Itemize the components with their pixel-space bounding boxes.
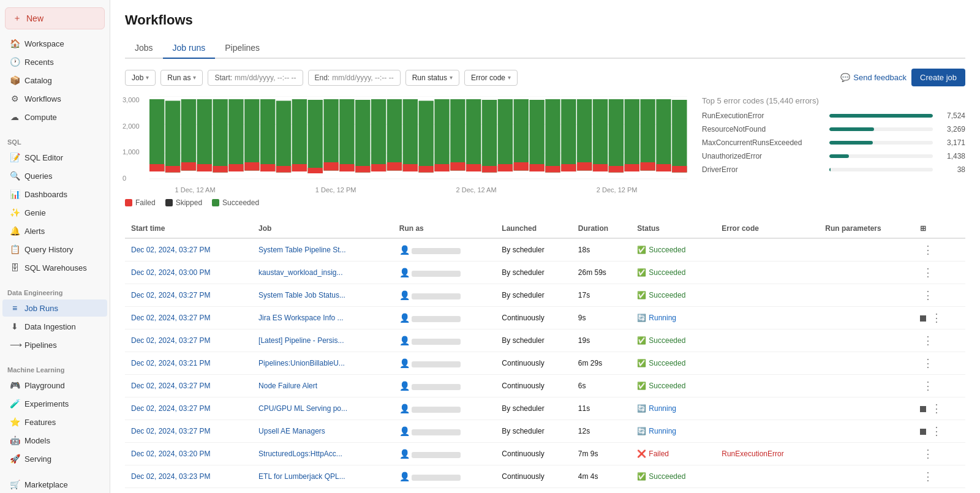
row-job[interactable]: Node Failure Alert	[252, 375, 393, 397]
more-actions-button[interactable]: ⋮	[920, 289, 936, 301]
row-job[interactable]: [Latest] Pipeline - Persis...	[252, 329, 393, 352]
sidebar-item-serving[interactable]: 🚀 Serving	[2, 450, 107, 467]
sidebar-item-data-ingestion[interactable]: ⬇ Data Ingestion	[2, 318, 107, 335]
row-error-code	[715, 238, 819, 262]
sidebar-item-experiments[interactable]: 🧪 Experiments	[2, 395, 107, 412]
more-actions-button[interactable]: ⋮	[929, 425, 944, 437]
row-start-time[interactable]: Dec 02, 2024, 03:27 PM	[125, 329, 252, 352]
tab-job-runs[interactable]: Job runs	[163, 38, 216, 59]
check-circle-icon: ✅	[637, 382, 646, 390]
svg-rect-63	[609, 166, 624, 173]
row-start-time[interactable]: Dec 02, 2024, 03:27 PM	[125, 238, 252, 262]
row-launched: Continuously	[496, 465, 571, 488]
row-actions: ⋮	[914, 375, 965, 397]
row-start-time[interactable]: Dec 02, 2024, 03:21 PM	[125, 352, 252, 375]
row-job[interactable]: StructuredLogs:HttpAcc...	[252, 443, 393, 465]
row-run-params	[819, 488, 914, 494]
row-start-time[interactable]: Dec 02, 2024, 03:27 PM	[125, 397, 252, 420]
sidebar-item-recents[interactable]: 🕐 Recents	[2, 53, 107, 70]
row-status: 🔄 Running	[631, 488, 715, 494]
more-actions-button[interactable]: ⋮	[920, 266, 936, 279]
row-job[interactable]: ETL for Lumberjack QPL...	[252, 465, 393, 488]
sidebar-item-features[interactable]: ⭐ Features	[2, 413, 107, 431]
run-status-filter[interactable]: Run status ▾	[405, 70, 459, 86]
svg-rect-12	[213, 99, 227, 173]
create-job-button[interactable]: Create job	[911, 69, 965, 86]
sidebar-item-marketplace[interactable]: 🛒 Marketplace	[2, 476, 107, 493]
row-start-time[interactable]: Dec 02, 2024, 03:27 PM	[125, 420, 252, 443]
job-filter[interactable]: Job ▾	[125, 70, 156, 86]
stop-button[interactable]	[920, 406, 926, 412]
row-start-time[interactable]: Dec 02, 2024, 03:23 PM	[125, 465, 252, 488]
stop-button[interactable]	[920, 315, 926, 322]
sidebar-item-dashboards[interactable]: 📊 Dashboards	[2, 186, 107, 203]
sidebar-item-alerts[interactable]: 🔔 Alerts	[2, 222, 107, 239]
sidebar-item-compute[interactable]: ☁ Compute	[2, 108, 107, 126]
row-start-time[interactable]: Dec 02, 2024, 03:27 PM	[125, 375, 252, 397]
new-button[interactable]: ＋ New	[5, 7, 105, 29]
svg-rect-54	[545, 99, 560, 173]
more-actions-button[interactable]: ⋮	[929, 402, 944, 415]
col-actions: ⊞	[914, 219, 965, 238]
sidebar-item-playground[interactable]: 🎮 Playground	[2, 377, 107, 394]
more-actions-button[interactable]: ⋮	[920, 470, 936, 483]
user-icon: 👤	[399, 336, 410, 345]
sidebar-item-queries[interactable]: 🔍 Queries	[2, 167, 107, 184]
sql-editor-icon: 📝	[10, 152, 20, 162]
svg-rect-28	[339, 99, 354, 171]
status-succeeded: ✅ Succeeded	[637, 246, 709, 254]
svg-rect-5	[149, 164, 164, 171]
tab-pipelines[interactable]: Pipelines	[215, 38, 270, 59]
more-actions-button[interactable]: ⋮	[920, 334, 936, 347]
sidebar-item-job-runs[interactable]: ≡ Job Runs	[2, 299, 107, 317]
row-job[interactable]: System Table Pipeline St...	[252, 238, 393, 262]
sidebar-item-query-history[interactable]: 📋 Query History	[2, 241, 107, 258]
svg-rect-49	[498, 164, 513, 171]
table-row: Dec 02, 2024, 03:00 PM kaustav_workload_…	[125, 262, 965, 284]
row-job[interactable]: ft weekly revenue - Ever...	[252, 488, 393, 494]
row-job[interactable]: Jira ES Workspace Info ...	[252, 307, 393, 329]
end-date-filter[interactable]: End: mm/dd/yyyy, --:-- --	[308, 70, 401, 86]
sidebar-item-workspace[interactable]: 🏠 Workspace	[2, 35, 107, 52]
row-status: ✅ Succeeded	[631, 238, 715, 262]
row-job[interactable]: CPU/GPU ML Serving po...	[252, 397, 393, 420]
row-job[interactable]: Upsell AE Managers	[252, 420, 393, 443]
stop-button[interactable]	[920, 429, 926, 435]
y-label-2000: 2,000	[123, 122, 140, 130]
sidebar-item-models[interactable]: 🤖 Models	[2, 432, 107, 449]
table-row: Dec 02, 2024, 03:27 PM Node Failure Aler…	[125, 375, 965, 397]
more-actions-button[interactable]: ⋮	[929, 312, 944, 324]
row-start-time[interactable]: Dec 02, 2024, 03:27 PM	[125, 488, 252, 494]
row-error-code	[715, 375, 819, 397]
row-job[interactable]: System Table Job Status...	[252, 284, 393, 307]
more-actions-button[interactable]: ⋮	[920, 357, 936, 369]
more-actions-button[interactable]: ⋮	[920, 448, 936, 460]
user-icon: 👤	[399, 472, 410, 481]
error-name: UnauthorizedError	[702, 152, 824, 160]
sidebar-item-pipelines[interactable]: ⟶ Pipelines	[2, 336, 107, 353]
sidebar-item-catalog[interactable]: 📦 Catalog	[2, 72, 107, 89]
send-feedback-button[interactable]: 💬 Send feedback	[840, 73, 907, 82]
run-as-filter[interactable]: Run as ▾	[160, 70, 203, 86]
start-date-filter[interactable]: Start: mm/dd/yyyy, --:-- --	[208, 70, 303, 86]
status-succeeded: ✅ Succeeded	[637, 472, 709, 481]
more-actions-button[interactable]: ⋮	[920, 244, 936, 256]
sidebar-item-genie[interactable]: ✨ Genie	[2, 204, 107, 221]
row-start-time[interactable]: Dec 02, 2024, 03:27 PM	[125, 307, 252, 329]
row-start-time[interactable]: Dec 02, 2024, 03:00 PM	[125, 262, 252, 284]
chart-wrapper: 3,000 2,000 1,000 0	[125, 96, 687, 184]
sidebar-item-workflows[interactable]: ⚙ Workflows	[2, 90, 107, 107]
error-code-filter[interactable]: Error code ▾	[464, 70, 518, 86]
tab-jobs[interactable]: Jobs	[125, 38, 163, 59]
row-start-time[interactable]: Dec 02, 2024, 03:20 PM	[125, 443, 252, 465]
row-job[interactable]: kaustav_workload_insig...	[252, 262, 393, 284]
sidebar-item-sql-warehouses[interactable]: 🗄 SQL Warehouses	[2, 259, 107, 276]
svg-rect-70	[672, 100, 687, 173]
row-job[interactable]: Pipelines:UnionBillableU...	[252, 352, 393, 375]
x-label-3: 2 Dec, 12 PM	[597, 186, 638, 194]
row-run-as: 👤	[393, 443, 496, 465]
sidebar-item-sql-editor[interactable]: 📝 SQL Editor	[2, 149, 107, 166]
row-start-time[interactable]: Dec 02, 2024, 03:27 PM	[125, 284, 252, 307]
row-error-code	[715, 307, 819, 329]
more-actions-button[interactable]: ⋮	[920, 380, 936, 392]
